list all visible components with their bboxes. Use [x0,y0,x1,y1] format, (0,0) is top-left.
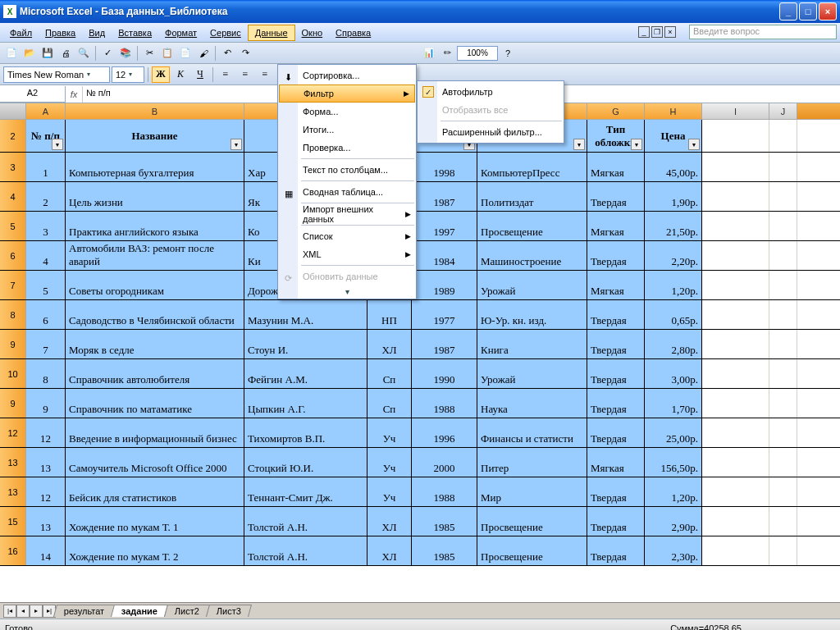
italic-button[interactable]: К [171,66,189,83]
cell[interactable] [702,300,769,329]
cell[interactable] [769,120,797,152]
menu-data[interactable]: Данные [248,25,295,41]
cell[interactable] [702,507,769,536]
cell[interactable]: 1977 [412,300,477,329]
header-cell[interactable]: Цена▼ [645,120,702,152]
filter-dropdown-icon[interactable]: ▼ [52,139,63,150]
cell[interactable]: 1,20р. [645,271,702,299]
cell[interactable]: Твердая [587,477,645,506]
cell[interactable]: НП [368,300,412,329]
cell[interactable] [769,418,797,447]
row-header[interactable]: 6 [0,241,26,270]
cell[interactable]: 45,00р. [645,153,702,181]
cell[interactable]: Финансы и статисти [477,418,587,447]
row-header[interactable]: 2 [0,120,26,152]
cell[interactable]: КомпьютерПресс [477,153,587,181]
cell[interactable] [769,153,797,181]
close-button[interactable]: × [819,2,837,21]
row-header[interactable]: 3 [0,153,26,181]
cell[interactable] [769,212,797,240]
cell[interactable]: Толстой А.Н. [244,536,368,565]
sheet-tab[interactable]: Лист3 [206,605,252,617]
cell[interactable]: 14 [26,536,66,565]
tab-nav-first-icon[interactable]: |◂ [3,605,16,618]
cell[interactable] [769,300,797,329]
cell[interactable] [702,477,769,506]
menu-autofilter[interactable]: ✓Автофильтр [418,83,564,101]
cell[interactable]: Моряк в седле [66,330,244,358]
paste-icon[interactable]: 📄 [177,45,194,62]
cell[interactable]: 1,70р. [645,389,702,418]
zoom-combo[interactable]: 100% [457,46,498,61]
cell[interactable]: Мягкая [587,153,645,181]
font-combo[interactable]: Times New Roman [3,66,110,83]
align-left-icon[interactable]: ≡ [217,66,235,83]
cell[interactable]: 1987 [412,330,477,358]
row-header[interactable]: 16 [0,536,26,565]
cell[interactable]: Твердая [587,300,645,329]
menu-form[interactable]: Форма... [278,103,416,121]
help-icon[interactable]: ? [500,45,516,62]
cell[interactable] [702,359,769,388]
cell[interactable]: 2 [26,182,66,211]
row-header[interactable]: 13 [0,477,26,506]
cell[interactable]: Бейсик для статистиков [66,477,244,506]
maximize-button[interactable]: □ [799,2,817,21]
tab-nav-prev-icon[interactable]: ◂ [16,605,30,618]
cell[interactable]: 4 [26,241,66,270]
cell[interactable]: 9 [26,389,66,418]
cell[interactable]: Хождение по мукам Т. 2 [66,536,244,565]
cell[interactable]: Сп [368,389,412,418]
cell[interactable] [702,241,769,270]
menu-advanced-filter[interactable]: Расширенный фильтр... [418,123,564,141]
cell[interactable]: 1,20р. [645,477,702,506]
cell[interactable]: 1988 [412,389,477,418]
cell[interactable] [769,182,797,211]
menu-insert[interactable]: Вставка [112,25,158,40]
cell[interactable]: Стоун И. [244,330,368,358]
copy-icon[interactable]: 📋 [159,45,176,62]
menu-help[interactable]: Справка [329,25,377,40]
row-header[interactable]: 7 [0,271,26,299]
cell[interactable]: 1997 [412,212,477,240]
row-header[interactable]: 9 [0,389,26,418]
sheet-tab-active[interactable]: задание [111,605,168,617]
cell[interactable] [769,271,797,299]
align-right-icon[interactable]: ≡ [256,66,274,83]
cell[interactable] [702,212,769,240]
cell[interactable] [769,448,797,477]
undo-icon[interactable]: ↶ [219,45,235,62]
cell[interactable]: ХЛ [368,536,412,565]
cell[interactable]: Тихомиртов В.П. [244,418,368,447]
cell[interactable]: 13 [26,507,66,536]
cell[interactable]: 6 [26,300,66,329]
cell[interactable]: Мягкая [587,271,645,299]
cell[interactable]: Цель жизни [66,182,244,211]
tab-nav-next-icon[interactable]: ▸ [30,605,43,618]
cell[interactable] [702,182,769,211]
col-header-G[interactable]: G [587,103,645,119]
filter-dropdown-icon[interactable]: ▼ [231,139,242,150]
cell[interactable]: Цыпкин А.Г. [244,389,368,418]
select-all-corner[interactable] [0,103,26,119]
col-header-B[interactable]: B [66,103,244,119]
header-cell[interactable]: Название▼ [66,120,244,152]
ask-question-box[interactable]: Введите вопрос [689,25,837,39]
cell[interactable]: Книга [477,330,587,358]
spelling-icon[interactable]: ✓ [99,45,116,62]
cell[interactable]: Просвещение [477,536,587,565]
cell[interactable]: Твердая [587,418,645,447]
filter-dropdown-icon[interactable]: ▼ [688,139,700,150]
cell[interactable]: Фейгин А.М. [244,359,368,388]
doc-minimize-button[interactable]: _ [638,26,650,38]
cell[interactable]: Машиностроение [477,241,587,270]
format-painter-icon[interactable]: 🖌 [195,45,212,62]
cell[interactable]: Твердая [587,241,645,270]
cell[interactable] [702,536,769,565]
cell[interactable]: 1988 [412,477,477,506]
menu-expand-icon[interactable]: ▾ [278,285,416,297]
cell[interactable] [702,389,769,418]
cell[interactable]: ХЛ [368,330,412,358]
cell[interactable]: 1989 [412,271,477,299]
cell[interactable]: 12 [26,477,66,506]
